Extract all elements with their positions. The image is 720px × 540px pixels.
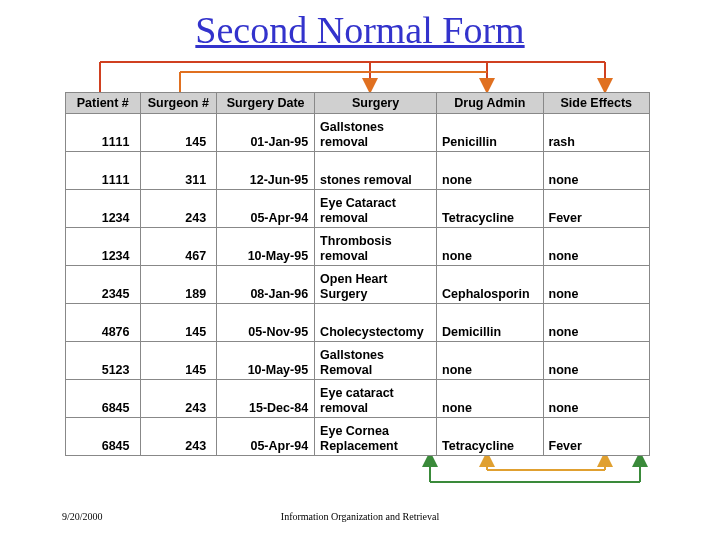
cell-date: 12-Jun-95 [217,152,315,190]
cell-surgeon: 311 [140,152,217,190]
col-surgeon: Surgeon # [140,93,217,114]
col-date: Surgery Date [217,93,315,114]
cell-surgeon: 145 [140,304,217,342]
table-row: 512314510-May-95Gallstones Removalnoneno… [66,342,650,380]
cell-surgeon: 467 [140,228,217,266]
cell-surgeon: 145 [140,114,217,152]
cell-surgery: Eye Cataract removal [315,190,437,228]
table-row: 111114501-Jan-95Gallstones removalPenici… [66,114,650,152]
cell-surgery: Gallstones Removal [315,342,437,380]
cell-side: none [543,342,650,380]
cell-date: 08-Jan-96 [217,266,315,304]
cell-drug: none [437,228,543,266]
cell-surgeon: 243 [140,190,217,228]
cell-patient: 4876 [66,304,141,342]
cell-surgery: stones removal [315,152,437,190]
cell-side: none [543,304,650,342]
cell-drug: Demicillin [437,304,543,342]
cell-side: none [543,152,650,190]
cell-drug: Penicillin [437,114,543,152]
cell-patient: 6845 [66,380,141,418]
cell-surgery: Thrombosis removal [315,228,437,266]
cell-side: Fever [543,190,650,228]
slide-title: Second Normal Form [0,0,720,52]
table-row: 123424305-Apr-94Eye Cataract removalTetr… [66,190,650,228]
cell-patient: 6845 [66,418,141,456]
table-row: 684524315-Dec-84Eye cataract removalnone… [66,380,650,418]
table-row: 684524305-Apr-94Eye Cornea ReplacementTe… [66,418,650,456]
footer-title: Information Organization and Retrieval [0,511,720,522]
col-surgery: Surgery [315,93,437,114]
cell-patient: 1111 [66,114,141,152]
cell-patient: 1234 [66,190,141,228]
cell-date: 01-Jan-95 [217,114,315,152]
cell-surgery: Eye Cornea Replacement [315,418,437,456]
cell-drug: none [437,380,543,418]
cell-date: 05-Apr-94 [217,418,315,456]
cell-surgery: Gallstones removal [315,114,437,152]
cell-surgery: Cholecystectomy [315,304,437,342]
surgery-table: Patient # Surgeon # Surgery Date Surgery… [65,92,650,456]
cell-date: 05-Apr-94 [217,190,315,228]
cell-surgeon: 243 [140,380,217,418]
table-row: 111131112-Jun-95stones removalnonenone [66,152,650,190]
table-row: 123446710-May-95Thrombosis removalnoneno… [66,228,650,266]
cell-drug: Tetracycline [437,418,543,456]
cell-patient: 1111 [66,152,141,190]
cell-date: 10-May-95 [217,228,315,266]
table-row: 487614505-Nov-95CholecystectomyDemicilli… [66,304,650,342]
cell-date: 05-Nov-95 [217,304,315,342]
cell-side: none [543,228,650,266]
cell-date: 15-Dec-84 [217,380,315,418]
cell-surgeon: 145 [140,342,217,380]
cell-drug: Tetracycline [437,190,543,228]
cell-drug: none [437,342,543,380]
cell-date: 10-May-95 [217,342,315,380]
cell-side: none [543,266,650,304]
col-side: Side Effects [543,93,650,114]
col-patient: Patient # [66,93,141,114]
cell-surgeon: 189 [140,266,217,304]
cell-patient: 2345 [66,266,141,304]
cell-surgeon: 243 [140,418,217,456]
cell-patient: 5123 [66,342,141,380]
table-row: 234518908-Jan-96Open Heart SurgeryCephal… [66,266,650,304]
cell-surgery: Open Heart Surgery [315,266,437,304]
cell-side: none [543,380,650,418]
cell-surgery: Eye cataract removal [315,380,437,418]
cell-side: rash [543,114,650,152]
cell-side: Fever [543,418,650,456]
col-drug: Drug Admin [437,93,543,114]
table-header-row: Patient # Surgeon # Surgery Date Surgery… [66,93,650,114]
data-table-container: Patient # Surgeon # Surgery Date Surgery… [65,92,650,456]
cell-drug: none [437,152,543,190]
cell-patient: 1234 [66,228,141,266]
cell-drug: Cephalosporin [437,266,543,304]
